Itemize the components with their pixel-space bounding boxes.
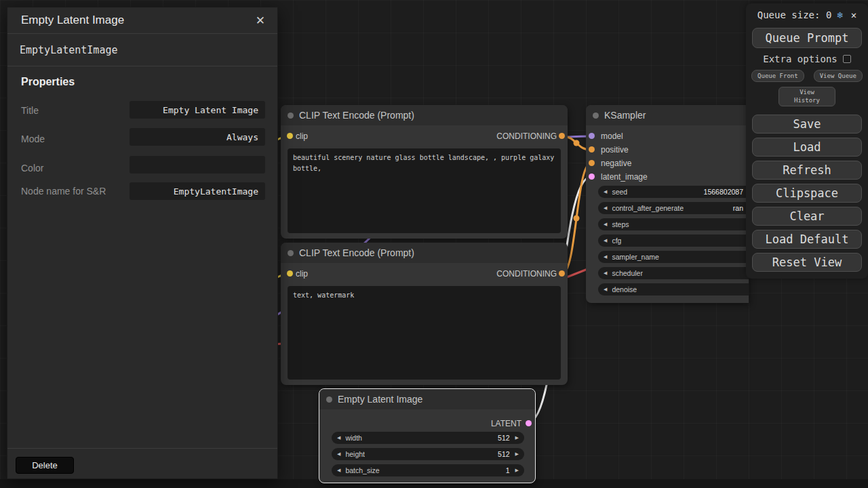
input-label: latent_image xyxy=(601,172,648,182)
input-label: model xyxy=(601,131,623,141)
arrow-left-icon[interactable]: ◀ xyxy=(604,254,607,260)
input-port-positive[interactable] xyxy=(589,146,595,152)
output-port-latent[interactable] xyxy=(526,420,532,426)
properties-panel-title: Empty Latent Image xyxy=(21,14,124,27)
node-title: Empty Latent Image xyxy=(338,394,422,405)
clipspace-button[interactable]: Clipspace xyxy=(752,184,862,203)
input-label: negative xyxy=(601,159,631,168)
widget-sampler-name[interactable]: ◀ sampler_name xyxy=(598,251,749,263)
extra-options-label: Extra options xyxy=(763,54,837,64)
collapse-dot-icon[interactable] xyxy=(288,250,294,256)
widget-scheduler[interactable]: ◀ scheduler xyxy=(598,267,749,279)
save-button[interactable]: Save xyxy=(752,115,862,134)
node-titlebar[interactable]: CLIP Text Encode (Prompt) xyxy=(281,105,568,125)
load-button[interactable]: Load xyxy=(752,138,862,157)
arrow-right-icon[interactable]: ▶ xyxy=(515,435,519,441)
comfy-side-menu: Queue size: 0 ❄ ✕ Queue Prompt Extra opt… xyxy=(746,3,868,279)
output-port-conditioning[interactable] xyxy=(559,270,565,277)
field-label-node-name: Node name for S&R xyxy=(21,184,123,198)
comfyui-app: CLIP Text Encode (Prompt) clip CONDITION… xyxy=(0,0,868,488)
widget-steps[interactable]: ◀ steps xyxy=(598,218,749,230)
arrow-left-icon[interactable]: ◀ xyxy=(604,205,607,211)
node-title: CLIP Text Encode (Prompt) xyxy=(299,247,414,258)
field-input-node-name[interactable]: EmptyLatentImage xyxy=(130,182,265,200)
reset-view-button[interactable]: Reset View xyxy=(752,253,862,272)
queue-front-button[interactable]: Queue Front xyxy=(751,70,804,82)
arrow-right-icon[interactable]: ▶ xyxy=(515,468,519,473)
link-midpoint-dot[interactable] xyxy=(574,216,580,222)
close-menu-icon[interactable]: ✕ xyxy=(851,9,856,20)
output-label: CONDITIONING xyxy=(496,131,557,141)
link-midpoint-dot[interactable] xyxy=(574,140,580,146)
arrow-left-icon[interactable]: ◀ xyxy=(604,189,607,195)
node-ksampler[interactable]: KSampler model positive negative latent_… xyxy=(586,105,749,303)
close-icon[interactable]: ✕ xyxy=(256,14,265,28)
field-label-mode: Mode xyxy=(21,132,123,146)
collapse-dot-icon[interactable] xyxy=(593,113,599,119)
widget-height[interactable]: ◀ height 512 ▶ xyxy=(332,448,524,460)
output-port-conditioning[interactable] xyxy=(559,133,565,139)
arrow-left-icon[interactable]: ◀ xyxy=(604,270,607,276)
widget-batch-size[interactable]: ◀ batch_size 1 ▶ xyxy=(332,464,524,476)
field-label-title: Title xyxy=(21,104,123,117)
output-label: CONDITIONING xyxy=(496,269,557,279)
field-label-color: Color xyxy=(21,161,123,175)
arrow-left-icon[interactable]: ◀ xyxy=(604,238,607,243)
queue-prompt-button[interactable]: Queue Prompt xyxy=(752,28,862,48)
input-port-model[interactable] xyxy=(589,133,595,139)
input-port-clip[interactable] xyxy=(287,270,293,277)
arrow-left-icon[interactable]: ◀ xyxy=(337,468,340,473)
view-queue-button[interactable]: View Queue xyxy=(814,70,863,82)
clear-button[interactable]: Clear xyxy=(752,207,862,226)
node-empty-latent-image[interactable]: Empty Latent Image LATENT ◀ width 512 ▶ … xyxy=(319,388,536,483)
node-titlebar[interactable]: CLIP Text Encode (Prompt) xyxy=(281,243,568,263)
node-titlebar[interactable]: KSampler xyxy=(586,105,749,125)
prompt-text-widget[interactable]: beautiful scenery nature glass bottle la… xyxy=(288,148,561,233)
field-input-color[interactable] xyxy=(130,156,265,174)
arrow-left-icon[interactable]: ◀ xyxy=(337,435,340,441)
settings-snowflake-icon[interactable]: ❄ xyxy=(837,9,842,20)
input-label: clip xyxy=(296,131,308,141)
widget-seed[interactable]: ◀ seed 1566802087 xyxy=(598,186,749,198)
node-title: KSampler xyxy=(604,110,646,121)
collapse-dot-icon[interactable] xyxy=(326,396,332,403)
node-clip-text-encode-positive[interactable]: CLIP Text Encode (Prompt) clip CONDITION… xyxy=(281,105,568,239)
properties-heading: Properties xyxy=(21,76,75,88)
load-default-button[interactable]: Load Default xyxy=(752,230,862,249)
arrow-left-icon[interactable]: ◀ xyxy=(604,222,607,227)
output-label: LATENT xyxy=(491,419,521,428)
collapse-dot-icon[interactable] xyxy=(288,113,294,119)
field-input-title[interactable]: Empty Latent Image xyxy=(130,101,265,119)
arrow-left-icon[interactable]: ◀ xyxy=(337,451,340,457)
input-port-negative[interactable] xyxy=(589,160,595,166)
properties-footer: Delete xyxy=(7,448,277,479)
widget-denoise[interactable]: ◀ denoise xyxy=(598,283,749,296)
node-title: CLIP Text Encode (Prompt) xyxy=(299,110,414,121)
node-titlebar[interactable]: Empty Latent Image xyxy=(319,389,535,409)
input-label: clip xyxy=(296,269,308,279)
widget-cfg[interactable]: ◀ cfg xyxy=(598,235,749,247)
node-type-name: EmptyLatentImage xyxy=(7,34,277,66)
refresh-button[interactable]: Refresh xyxy=(752,161,862,180)
input-port-latent-image[interactable] xyxy=(589,174,595,180)
arrow-right-icon[interactable]: ▶ xyxy=(515,451,519,457)
field-input-mode[interactable]: Always xyxy=(130,128,265,146)
queue-size-label: Queue size: 0 xyxy=(757,9,832,20)
node-properties-panel: Empty Latent Image ✕ EmptyLatentImage Pr… xyxy=(7,7,278,479)
widget-control-after-generate[interactable]: ◀ control_after_generate ran xyxy=(598,202,749,214)
widget-width[interactable]: ◀ width 512 ▶ xyxy=(332,432,524,444)
prompt-text-widget[interactable]: text, watermark xyxy=(288,286,561,380)
input-port-clip[interactable] xyxy=(287,133,293,139)
node-clip-text-encode-negative[interactable]: CLIP Text Encode (Prompt) clip CONDITION… xyxy=(281,243,568,385)
arrow-left-icon[interactable]: ◀ xyxy=(604,287,607,292)
view-history-button[interactable]: View History xyxy=(778,87,835,106)
delete-node-button[interactable]: Delete xyxy=(16,457,74,474)
extra-options-checkbox[interactable] xyxy=(843,55,851,63)
input-label: positive xyxy=(601,145,629,155)
